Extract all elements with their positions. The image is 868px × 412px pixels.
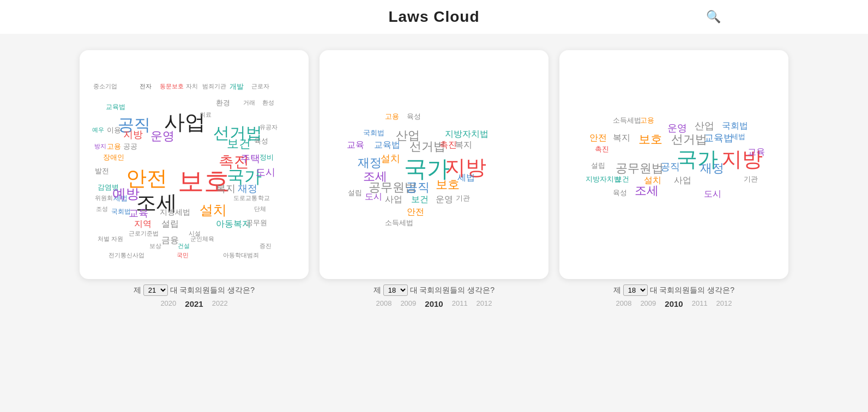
year-item-2020[interactable]: 2020 [160,299,176,308]
word-cloud-item[interactable]: 소득세법 [385,219,413,227]
word-cloud-item[interactable]: 증진 [260,243,272,249]
word-cloud-item[interactable]: 위원회 [95,195,113,201]
word-cloud-item[interactable]: 교육 [748,147,765,157]
word-cloud-item[interactable]: 정비 [260,154,274,161]
word-cloud-item[interactable]: 전기통신사업 [108,252,144,258]
word-cloud-item[interactable]: 공직 [660,162,680,173]
word-cloud-item[interactable]: 보건 [227,137,251,150]
word-cloud-item[interactable]: 조세 [635,184,659,197]
year-item-2011[interactable]: 2011 [452,299,468,308]
session-select-2[interactable]: 1819202122 [383,284,408,296]
word-cloud-item[interactable]: 범죄기관 [202,83,226,89]
word-cloud-item[interactable]: 육성 [254,137,268,145]
word-cloud-item[interactable]: 유공자 [260,124,278,130]
search-icon[interactable]: 🔍 [706,10,721,24]
word-cloud-item[interactable]: 중소기업 [93,83,117,89]
word-cloud-item[interactable]: 공무원 [246,219,267,227]
word-cloud-item[interactable]: 아동학대범죄 [223,252,259,258]
word-cloud-item[interactable]: 재정 [700,162,724,175]
word-cloud-item[interactable]: 사업 [674,175,691,185]
word-cloud-item[interactable]: 방지 [94,143,106,149]
word-cloud-item[interactable]: 도시 [256,167,275,178]
word-cloud-item[interactable]: 설립 [161,219,179,229]
word-cloud-item[interactable]: 세법 [457,173,475,183]
word-cloud-item[interactable]: 지방자치법 [445,129,489,139]
word-cloud-item[interactable]: 장애인 [103,154,124,161]
word-cloud-item[interactable]: 재정 [238,184,257,195]
session-select-3[interactable]: 1819202122 [623,284,648,296]
word-cloud-item[interactable]: 사업 [385,195,402,204]
word-cloud-item[interactable]: 보건 [411,195,429,204]
word-cloud-item[interactable]: 건설 [178,243,190,249]
word-cloud-item[interactable]: 근로자 [251,83,269,89]
year-item-2012[interactable]: 2012 [716,299,732,308]
word-cloud-item[interactable]: 안전 [407,207,424,217]
word-cloud-item[interactable]: 체육 [202,235,214,242]
year-item-2008[interactable]: 2008 [616,299,631,308]
word-cloud-item[interactable]: 기관 [456,195,470,202]
word-cloud-item[interactable]: 거래 [243,99,255,106]
year-item-2021[interactable]: 2021 [185,299,203,308]
word-cloud-item[interactable]: 교육법 [106,104,125,111]
word-cloud-item[interactable]: 조성 [96,205,108,212]
word-cloud-item[interactable]: 도시 [365,192,382,202]
word-cloud-item[interactable]: 설립 [591,162,605,169]
word-cloud-item[interactable]: 복지 [613,133,630,143]
word-cloud-item[interactable]: 선거법 [671,133,707,146]
word-cloud-item[interactable]: 전자 [140,83,152,89]
word-cloud-item[interactable]: 단체 [254,205,266,212]
word-cloud-item[interactable]: 근로기준법 [129,230,159,237]
word-cloud-item[interactable]: 소득세법 [613,117,641,124]
word-cloud-item[interactable]: 안전 [589,133,607,143]
year-item-2010[interactable]: 2010 [665,299,683,308]
word-cloud-item[interactable]: 설립 [348,189,362,197]
word-cloud-item[interactable]: 교육 [129,208,148,219]
word-cloud-item[interactable]: 예우 [92,126,104,133]
word-cloud-item[interactable]: 산업 [695,121,714,132]
word-cloud-item[interactable]: 군인 [190,235,202,242]
word-cloud-item[interactable]: 설치 [381,154,400,165]
word-cloud-item[interactable]: 이용 [107,126,121,134]
word-cloud-item[interactable]: 촉진 [595,146,609,153]
word-cloud-item[interactable]: 고용 [107,143,121,150]
word-cloud-item[interactable]: 국회법 [363,129,384,137]
word-cloud-item[interactable]: 교육 [347,140,364,150]
word-cloud-item[interactable]: 의료 [200,111,212,118]
word-cloud-item[interactable]: 동문보호 [160,83,184,89]
word-cloud-item[interactable]: 보건 [615,175,629,183]
word-cloud-item[interactable]: 운영 [436,195,453,204]
word-cloud-item[interactable]: 주택 [240,154,260,165]
word-cloud-item[interactable]: 공무원법 [616,162,664,175]
year-item-2009[interactable]: 2009 [400,299,416,308]
word-cloud-item[interactable]: 공공 [123,143,137,150]
word-cloud-item[interactable]: 자원 [111,235,123,242]
word-cloud-item[interactable]: 환성 [262,99,274,106]
word-cloud-item[interactable]: 지방세법 [160,208,190,216]
word-cloud-item[interactable]: 보상 [149,243,161,249]
word-cloud-item[interactable]: 보호 [436,178,460,191]
word-cloud-item[interactable]: 운영 [150,130,174,143]
session-select-1[interactable]: 1819202122 [143,284,168,296]
word-cloud-item[interactable]: 세법 [731,133,745,141]
word-cloud-item[interactable]: 자치 [186,83,198,89]
word-cloud-item[interactable]: 보호 [638,133,662,146]
year-item-2012[interactable]: 2012 [477,299,492,308]
word-cloud-item[interactable]: 국회법 [722,121,748,131]
word-cloud-item[interactable]: 지역 [134,219,152,229]
word-cloud-item[interactable]: 환경 [216,99,230,107]
word-cloud-item[interactable]: 교육법 [374,140,400,150]
year-item-2010[interactable]: 2010 [425,299,443,308]
word-cloud-item[interactable]: 처벌 [98,235,110,242]
year-item-2022[interactable]: 2022 [212,299,228,308]
word-cloud-item[interactable]: 국회법 [111,208,131,215]
word-cloud-item[interactable]: 설치 [200,203,227,218]
word-cloud-item[interactable]: 도로교통 [233,195,257,201]
word-cloud-item[interactable]: 금융 [161,235,179,245]
word-cloud-item[interactable]: 고용 [640,117,654,124]
word-cloud-item[interactable]: 지방 [123,130,143,141]
word-cloud-item[interactable]: 개발 [230,83,244,90]
word-cloud-item[interactable]: 국민 [177,252,189,258]
word-cloud-item[interactable]: 공직 [406,181,430,194]
year-item-2011[interactable]: 2011 [692,299,708,308]
word-cloud-item[interactable]: 복지 [216,184,236,195]
